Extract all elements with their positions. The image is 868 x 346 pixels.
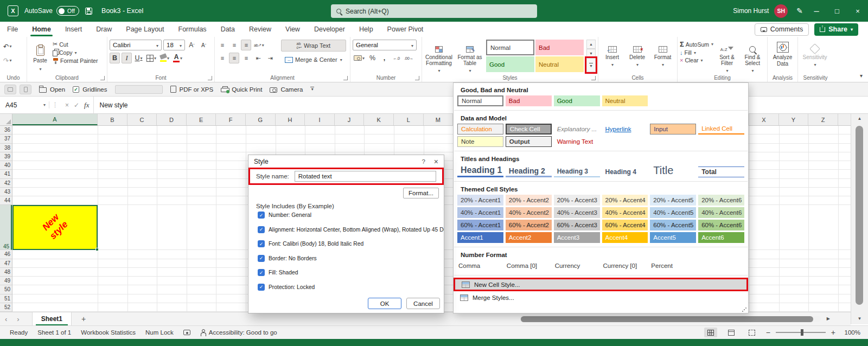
wrap-text-button[interactable]: abc↩ Wrap Text [281,40,346,52]
style-chip[interactable]: Good [554,95,600,106]
number-format-chip[interactable]: Comma [0] [506,260,552,271]
comma-style-button[interactable]: , [379,53,390,63]
styles-launcher-icon[interactable] [591,76,596,80]
percent-style-button[interactable]: % [367,53,378,63]
ribbon-tab[interactable]: Insert [58,22,89,37]
cell-style-chip[interactable]: Neutral [535,56,584,72]
delete-cells-button[interactable]: × Delete [626,40,649,73]
style-chip[interactable]: 20% - Accent3 [554,195,600,206]
style-chip[interactable]: 40% - Accent4 [602,207,648,218]
save-icon[interactable] [85,8,92,15]
checkbox-checked-icon[interactable] [258,255,265,262]
prev-sheet-icon[interactable]: ‹ [0,315,12,323]
decrease-indent-button[interactable]: ⇤ [253,53,263,63]
style-chip[interactable]: Hyperlink [602,124,648,134]
page-layout-view-button[interactable] [725,328,738,337]
fill-handle[interactable] [95,248,99,251]
align-middle-button[interactable]: ≡ [229,40,239,50]
redo-button[interactable]: ↷ [2,55,13,66]
style-chip[interactable]: Accent2 [506,232,552,243]
row-header[interactable]: 43 [0,188,12,196]
scroll-right-icon[interactable]: ▶ [827,316,830,321]
align-center-button[interactable]: ≡ [229,53,239,63]
style-chip[interactable]: Warning Text [554,136,600,147]
grow-font-button[interactable]: Aˆ [187,40,197,50]
insert-function-icon[interactable]: fx [84,101,89,110]
scroll-up-icon[interactable]: ▲ [851,116,868,121]
maximize-button[interactable]: □ [827,0,847,22]
column-header[interactable]: A [12,114,98,125]
accessibility-status[interactable]: Accessibility: Good to go [200,329,277,336]
qat-toggle-2[interactable] [20,85,31,94]
orientation-button[interactable]: ab↗ [253,40,265,50]
clipboard-launcher-icon[interactable] [100,76,105,80]
row-header[interactable]: 51 [0,294,12,303]
next-sheet-icon[interactable]: › [12,315,24,323]
conditional-formatting-button[interactable]: Conditional Formatting [424,40,454,73]
cancel-entry-icon[interactable]: × [65,101,69,109]
column-header[interactable]: Y [779,114,809,125]
style-chip[interactable]: Heading 2 [506,166,552,177]
format-as-table-button[interactable]: ✎ Format as Table [455,40,484,73]
style-chip[interactable]: 40% - Accent5 [650,207,696,218]
style-chip[interactable]: Heading 3 [554,166,600,177]
row-header[interactable]: 42 [0,179,12,188]
style-chip[interactable]: Accent3 [554,232,600,243]
style-chip[interactable]: 40% - Accent3 [554,207,600,218]
decrease-decimal-button[interactable]: .00→ [403,53,414,63]
style-chip[interactable]: Normal [457,95,503,106]
undo-button[interactable]: ↶ [2,41,13,52]
style-chip[interactable]: 60% - Accent3 [554,220,600,230]
style-chip[interactable]: 20% - Accent4 [602,195,648,206]
copy-button[interactable]: Copy [53,49,98,56]
row-header[interactable]: 50 [0,285,12,294]
fill-button[interactable]: ↓Fill [680,49,713,56]
number-launcher-icon[interactable] [415,76,419,80]
row-header[interactable]: 49 [0,277,12,285]
style-chip[interactable]: Neutral [602,95,648,106]
checkbox-checked-icon[interactable] [258,212,265,219]
number-format-chip[interactable]: Percent [650,260,696,271]
style-chip[interactable]: 20% - Accent1 [457,195,503,206]
format-painter-button[interactable]: Format Painter [53,57,98,64]
borders-button[interactable] [145,53,157,63]
row-header[interactable]: 48 [0,268,12,277]
sensitivity-button[interactable]: Sensitivity [800,40,829,73]
style-chip[interactable]: Title [650,164,696,177]
font-name-combo[interactable]: Calibri [110,40,162,50]
search-box[interactable]: Search (Alt+Q) [331,4,537,18]
italic-button[interactable]: I [122,53,132,63]
sort-filter-button[interactable]: A↓Z Sort & Filter [715,40,739,73]
cut-button[interactable]: ✂Cut [53,41,98,48]
horizontal-scrollbar[interactable] [520,316,821,322]
quick-print-button[interactable]: Quick Print [221,86,262,93]
row-header[interactable]: 38 [0,144,12,152]
align-right-button[interactable]: ≡ [241,53,251,63]
style-chip[interactable]: 40% - Accent1 [457,207,503,218]
zoom-out-button[interactable]: − [766,328,770,337]
ribbon-tab[interactable]: Home [25,22,58,37]
ribbon-tab[interactable]: Page Layout [119,22,171,37]
column-header[interactable]: Z [808,114,838,125]
style-chip[interactable]: 40% - Accent2 [506,207,552,218]
row-header[interactable]: 44 [0,196,12,205]
row-header[interactable]: 37 [0,134,12,143]
format-cells-button[interactable]: Format [650,40,675,73]
column-header[interactable]: B [98,114,127,125]
column-header[interactable]: I [305,114,335,125]
checkbox-checked-icon[interactable] [258,269,265,276]
style-chip[interactable]: Accent1 [457,232,503,243]
ribbon-tab[interactable]: File [0,22,25,37]
column-header[interactable]: X [749,114,779,125]
active-cell-A45[interactable]: New style [12,205,98,250]
increase-decimal-button[interactable]: ←.0 [391,53,401,63]
style-chip[interactable]: Accent6 [698,232,744,243]
number-format-chip[interactable]: Currency [554,260,600,271]
pdf-xps-button[interactable]: PDF or XPS [170,86,214,93]
inking-icon[interactable]: ✎ [796,7,803,15]
name-box[interactable]: A45 ▾ [2,99,49,112]
column-header[interactable]: F [216,114,246,125]
ribbon-tab[interactable]: View [278,22,307,37]
merge-center-button[interactable]: ↔ Merge & Center [281,54,346,66]
minimize-button[interactable]: ─ [806,0,827,22]
